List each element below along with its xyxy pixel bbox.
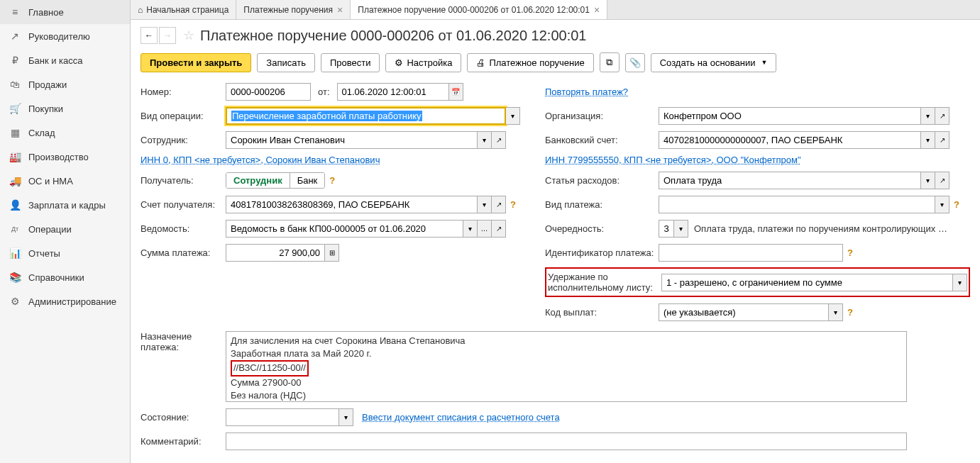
withhold-label: Удержание по исполнительному листу: — [548, 272, 661, 293]
recipient-acc-label: Счет получателя: — [141, 199, 226, 210]
help-icon[interactable]: ? — [954, 199, 959, 210]
sidebar-label: Отчеты — [28, 248, 60, 259]
close-icon[interactable]: × — [594, 4, 600, 16]
expense-label: Статья расходов: — [545, 175, 659, 186]
dropdown-button[interactable]: ▾ — [506, 107, 520, 125]
sidebar-label: Операции — [28, 224, 72, 235]
tabs-bar: ⌂Начальная страница Платежные поручения×… — [131, 0, 980, 20]
expense-input[interactable] — [659, 172, 921, 189]
payment-type-input[interactable] — [659, 196, 935, 213]
sidebar-item-production[interactable]: 🏭Производство — [0, 145, 130, 169]
clip-icon: 📎 — [629, 57, 641, 68]
payment-id-input[interactable] — [659, 244, 843, 262]
dropdown-button[interactable]: ▾ — [935, 196, 949, 213]
sidebar-item-admin[interactable]: ⚙Администрирование — [0, 289, 130, 313]
open-button[interactable]: ↗ — [492, 131, 506, 149]
dropdown-button[interactable]: ▾ — [339, 408, 353, 426]
comment-input[interactable] — [226, 433, 907, 450]
tab-payments[interactable]: Платежные поручения× — [236, 0, 351, 19]
vedomost-input[interactable] — [226, 220, 463, 238]
structure-icon: ⧉ — [606, 57, 612, 68]
star-icon[interactable]: ☆ — [183, 28, 194, 43]
dropdown-button[interactable]: ▾ — [921, 107, 935, 125]
writeoff-link[interactable]: Ввести документ списания с расчетного сч… — [362, 412, 560, 423]
help-icon[interactable]: ? — [329, 175, 335, 186]
sidebar-item-warehouse[interactable]: ▦Склад — [0, 121, 130, 145]
dropdown-button[interactable]: ▾ — [921, 172, 935, 189]
post-button[interactable]: Провести — [321, 53, 380, 72]
withhold-input[interactable] — [661, 274, 953, 291]
dropdown-button[interactable]: ▾ — [463, 220, 478, 238]
chevron-down-icon: ▼ — [761, 59, 768, 66]
sidebar-item-sales[interactable]: 🛍Продажи — [0, 72, 130, 96]
sidebar-label: Администрирование — [28, 296, 116, 307]
help-icon[interactable]: ? — [847, 247, 853, 258]
settings-button[interactable]: ⚙Настройка — [385, 53, 461, 72]
structure-button[interactable]: ⧉ — [600, 52, 620, 72]
inn-link-left[interactable]: ИНН 0, КПП <не требуется>, Сорокин Иван … — [141, 155, 380, 165]
recipient-label: Получатель: — [141, 175, 226, 186]
help-icon[interactable]: ? — [510, 199, 516, 210]
dropdown-button[interactable]: ▾ — [953, 274, 967, 291]
dropdown-button[interactable]: ▾ — [478, 196, 492, 213]
payments-code-input[interactable] — [659, 303, 829, 321]
date-input[interactable] — [337, 83, 449, 101]
sidebar-item-refs[interactable]: 📚Справочники — [0, 265, 130, 289]
dropdown-button[interactable]: ▾ — [478, 131, 492, 149]
status-input[interactable] — [226, 408, 339, 426]
cart-icon: 🛒 — [9, 102, 21, 115]
gear-icon: ⚙ — [395, 57, 403, 68]
calc-button[interactable]: ⊞ — [325, 244, 339, 262]
help-icon[interactable]: ? — [847, 307, 853, 318]
save-button[interactable]: Записать — [257, 53, 315, 72]
sidebar-label: Склад — [28, 128, 55, 138]
tab-home[interactable]: ⌂Начальная страница — [131, 0, 236, 19]
print-button[interactable]: 🖨Платежное поручение — [467, 53, 593, 72]
sidebar-item-bank[interactable]: ₽Банк и касса — [0, 48, 130, 72]
recipient-acc-input[interactable] — [226, 196, 478, 213]
close-icon[interactable]: × — [337, 4, 343, 16]
sidebar-item-reports[interactable]: 📊Отчеты — [0, 241, 130, 265]
employee-input[interactable] — [226, 131, 478, 149]
create-based-button[interactable]: Создать на основании▼ — [651, 53, 777, 72]
inn-link-right[interactable]: ИНН 7799555550, КПП <не требуется>, ООО … — [545, 155, 801, 165]
sidebar-item-assets[interactable]: 🚚ОС и НМА — [0, 169, 130, 193]
open-button[interactable]: ↗ — [935, 131, 949, 149]
recipient-bank-button[interactable]: Банк — [290, 173, 325, 188]
more-button[interactable]: … — [478, 220, 492, 238]
dropdown-button[interactable]: ▾ — [921, 131, 935, 149]
repeat-link[interactable]: Повторять платеж? — [545, 87, 628, 97]
open-button[interactable]: ↗ — [935, 107, 949, 125]
operation-select[interactable]: Перечисление заработной платы работнику — [226, 107, 506, 125]
open-button[interactable]: ↗ — [935, 172, 949, 189]
number-input[interactable] — [226, 83, 311, 101]
open-button[interactable]: ↗ — [492, 196, 506, 213]
bank-acc-input[interactable] — [659, 131, 921, 149]
amount-input[interactable] — [226, 244, 325, 262]
vzs-highlight: //ВЗС//11250-00// — [231, 360, 309, 376]
post-close-button[interactable]: Провести и закрыть — [141, 53, 251, 72]
forward-button[interactable]: → — [159, 27, 176, 44]
back-button[interactable]: ← — [141, 27, 158, 44]
recipient-employee-button[interactable]: Сотрудник — [226, 173, 290, 188]
sidebar-item-purchases[interactable]: 🛒Покупки — [0, 96, 130, 121]
sidebar-item-main[interactable]: ≡Главное — [0, 0, 130, 24]
tab-payment-doc[interactable]: Платежное поручение 0000-000206 от 01.06… — [351, 0, 607, 19]
stepper-button[interactable]: ▾ — [674, 220, 688, 238]
sidebar-label: ОС и НМА — [28, 176, 73, 186]
purpose-textarea[interactable]: Для зачисления на счет Сорокина Ивана Ст… — [226, 331, 907, 402]
attach-button[interactable]: 📎 — [625, 53, 645, 72]
org-input[interactable] — [659, 107, 921, 125]
sidebar-item-salary[interactable]: 👤Зарплата и кадры — [0, 193, 130, 217]
printer-icon: 🖨 — [476, 57, 485, 68]
priority-input[interactable] — [659, 220, 674, 238]
sidebar-item-manager[interactable]: ↗Руководителю — [0, 24, 130, 48]
sidebar-item-operations[interactable]: ДтОперации — [0, 217, 130, 241]
open-button[interactable]: ↗ — [492, 220, 506, 238]
chevron-down-icon: ▾ — [511, 112, 514, 120]
calculator-icon: ⊞ — [329, 249, 335, 257]
vedomost-label: Ведомость: — [141, 223, 226, 234]
calendar-button[interactable]: 📅 — [449, 83, 463, 101]
dropdown-button[interactable]: ▾ — [829, 303, 843, 321]
chart-icon: ↗ — [9, 30, 21, 43]
